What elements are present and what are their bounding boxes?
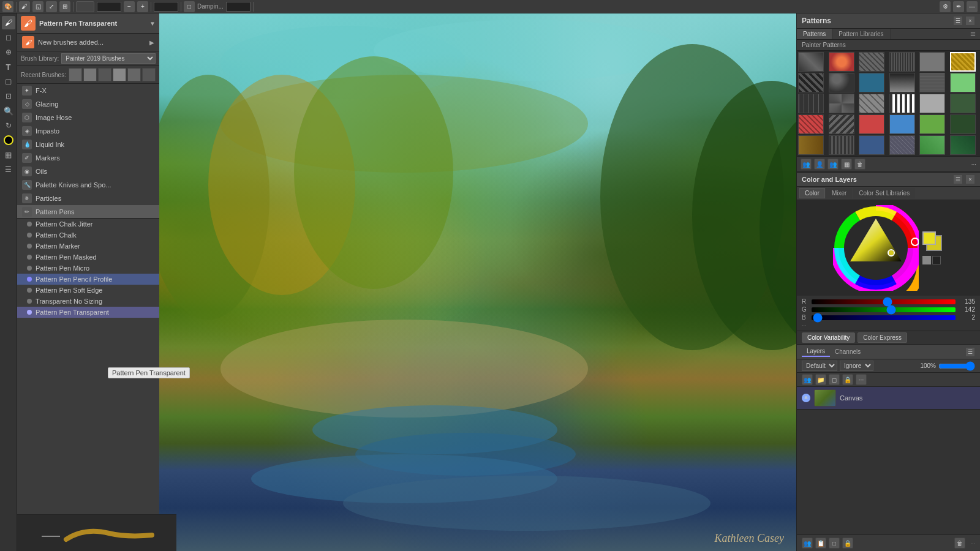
layer-new-btn[interactable]: 👥 bbox=[802, 374, 813, 385]
pattern-1[interactable] bbox=[798, 52, 824, 72]
color-wheel-svg[interactable] bbox=[833, 205, 919, 291]
new-brushes-bar[interactable]: 🖌 New brushes added... ▶ bbox=[17, 34, 159, 51]
patterns-close-btn[interactable]: × bbox=[965, 16, 975, 26]
b-slider[interactable] bbox=[812, 315, 956, 320]
brush-tool-icon[interactable]: 🖌 bbox=[19, 1, 30, 12]
select-icon[interactable]: ◱ bbox=[32, 1, 43, 12]
category-glazing[interactable]: ◇ Glazing bbox=[17, 97, 159, 111]
brush-header-arrow[interactable]: ▼ bbox=[149, 20, 156, 27]
category-palette-knives[interactable]: 🔧 Palette Knives and Spo... bbox=[17, 178, 159, 192]
zoom-input[interactable]: 72% bbox=[154, 2, 178, 12]
pattern-29[interactable] bbox=[919, 135, 945, 155]
transform-icon[interactable]: ⤢ bbox=[46, 1, 57, 12]
variant-chalk-jitter[interactable]: Pattern Chalk Jitter bbox=[17, 219, 159, 230]
tab-channels[interactable]: Channels bbox=[830, 347, 865, 356]
pattern-8[interactable] bbox=[829, 73, 854, 92]
crop-icon[interactable]: ⊞ bbox=[59, 1, 70, 12]
pattern-more[interactable]: ··· bbox=[971, 161, 976, 168]
color-variability-btn[interactable]: Color Variability bbox=[802, 332, 855, 343]
variant-pen-micro[interactable]: Pattern Pen Micro bbox=[17, 263, 159, 274]
variant-pen-transparent[interactable]: Pattern Pen Transparent bbox=[17, 307, 159, 318]
layer-opacity-slider[interactable] bbox=[938, 364, 975, 369]
layer-group-btn[interactable]: 📁 bbox=[815, 374, 826, 385]
g-slider[interactable] bbox=[812, 307, 956, 312]
patterns-menu-btn[interactable]: ☰ bbox=[953, 16, 963, 26]
layer-bottom-more[interactable]: ··· bbox=[970, 540, 975, 546]
variant-pen-pencil-profile[interactable]: Pattern Pen Pencil Profile bbox=[17, 274, 159, 285]
recent-brush-1[interactable] bbox=[69, 68, 82, 81]
tab-pattern-libraries[interactable]: Pattern Libraries bbox=[832, 29, 890, 39]
pattern-22[interactable] bbox=[889, 114, 915, 134]
category-markers[interactable]: ✐ Markers bbox=[17, 151, 159, 165]
variant-chalk[interactable]: Pattern Chalk bbox=[17, 230, 159, 241]
layers-menu-btn[interactable]: ☰ bbox=[965, 347, 975, 357]
pattern-grid-btn[interactable]: ▦ bbox=[841, 159, 852, 170]
pattern-6[interactable] bbox=[950, 52, 976, 72]
text-tool[interactable]: T bbox=[2, 60, 15, 73]
recent-brush-4[interactable] bbox=[113, 68, 126, 81]
layer-canvas[interactable]: 👁 Canvas bbox=[797, 387, 980, 410]
select-tool[interactable]: ⊡ bbox=[2, 89, 15, 103]
layer-duplicate-btn[interactable]: 📋 bbox=[815, 538, 826, 549]
category-oils[interactable]: ◉ Oils bbox=[17, 165, 159, 178]
tab-layers[interactable]: Layers bbox=[802, 347, 830, 357]
pattern-12[interactable] bbox=[950, 73, 976, 92]
category-impasto[interactable]: ◈ Impasto bbox=[17, 124, 159, 138]
color-layers-menu-btn[interactable]: ☰ bbox=[953, 174, 963, 184]
pattern-16[interactable] bbox=[889, 94, 915, 113]
r-slider[interactable] bbox=[812, 299, 956, 304]
brush-header[interactable]: 🖌 Pattern Pen Transparent ▼ bbox=[17, 13, 159, 34]
color-layers-close-btn[interactable]: × bbox=[965, 174, 975, 184]
rotate-tool[interactable]: ↻ bbox=[2, 119, 15, 132]
layer-ignore-select[interactable]: Ignore bbox=[840, 361, 873, 371]
minimize-icon[interactable]: — bbox=[967, 1, 978, 12]
layer-canvas-btn[interactable]: □ bbox=[829, 538, 840, 549]
layer-trash-btn[interactable]: 🗑 bbox=[954, 538, 965, 549]
pattern-27[interactable] bbox=[859, 135, 884, 155]
brush-library-select[interactable]: Painter 2019 Brushes bbox=[61, 53, 156, 64]
pattern-19[interactable] bbox=[798, 114, 824, 134]
category-pattern-pens[interactable]: ✏ Pattern Pens bbox=[17, 205, 159, 219]
brush-size-input[interactable]: 240.5 bbox=[97, 2, 121, 12]
pattern-goto-btn[interactable]: 👥 bbox=[827, 159, 839, 170]
pattern-add-btn[interactable]: 👥 bbox=[801, 159, 812, 170]
default-colors-btn[interactable] bbox=[932, 256, 941, 264]
pen-icon[interactable]: ✒ bbox=[953, 1, 964, 12]
pattern-23[interactable] bbox=[919, 114, 945, 134]
layer-mask-btn[interactable]: ◻ bbox=[829, 374, 840, 385]
pattern-17[interactable] bbox=[919, 94, 945, 113]
variant-pen-masked[interactable]: Pattern Pen Masked bbox=[17, 252, 159, 263]
variant-transparent-no-sizing[interactable]: Transparent No Sizing bbox=[17, 296, 159, 307]
layer-add-btn[interactable]: 👥 bbox=[802, 538, 813, 549]
canvas-icon[interactable]: □ bbox=[184, 1, 195, 12]
layer-more-btn[interactable]: ··· bbox=[856, 374, 867, 385]
pattern-15[interactable] bbox=[859, 94, 884, 113]
pattern-2[interactable] bbox=[829, 52, 854, 72]
brush-size-minus[interactable]: − bbox=[124, 1, 135, 12]
recent-brush-6[interactable] bbox=[142, 68, 156, 81]
zoom-tool-icon[interactable]: 🔍 bbox=[2, 104, 15, 118]
category-fx[interactable]: ✦ F-X bbox=[17, 84, 159, 97]
pattern-26[interactable] bbox=[829, 135, 854, 155]
recent-brush-5[interactable] bbox=[127, 68, 141, 81]
tab-patterns[interactable]: Patterns bbox=[797, 29, 832, 39]
swap-colors-btn[interactable] bbox=[922, 256, 931, 264]
pattern-24[interactable] bbox=[950, 114, 976, 134]
pattern-28[interactable] bbox=[889, 135, 915, 155]
pattern-5[interactable] bbox=[919, 52, 945, 72]
layer-lock-all-btn[interactable]: 🔒 bbox=[842, 538, 853, 549]
variant-marker[interactable]: Pattern Marker bbox=[17, 241, 159, 252]
pattern-7[interactable] bbox=[798, 73, 824, 92]
layer-adj-tool[interactable]: ☰ bbox=[2, 163, 15, 176]
pattern-10[interactable] bbox=[889, 73, 915, 92]
eraser-tool[interactable]: ◻ bbox=[2, 31, 15, 44]
tab-mixer[interactable]: Mixer bbox=[826, 188, 852, 198]
pattern-25[interactable] bbox=[798, 135, 824, 155]
pattern-11[interactable] bbox=[919, 73, 945, 92]
clone-tool[interactable]: ⊕ bbox=[2, 45, 15, 59]
pattern-21[interactable] bbox=[859, 114, 884, 134]
main-color-swatch[interactable] bbox=[922, 231, 944, 253]
recent-brush-3[interactable] bbox=[98, 68, 111, 81]
category-liquid-ink[interactable]: 💧 Liquid Ink bbox=[17, 138, 159, 151]
pattern-13[interactable] bbox=[798, 94, 824, 113]
